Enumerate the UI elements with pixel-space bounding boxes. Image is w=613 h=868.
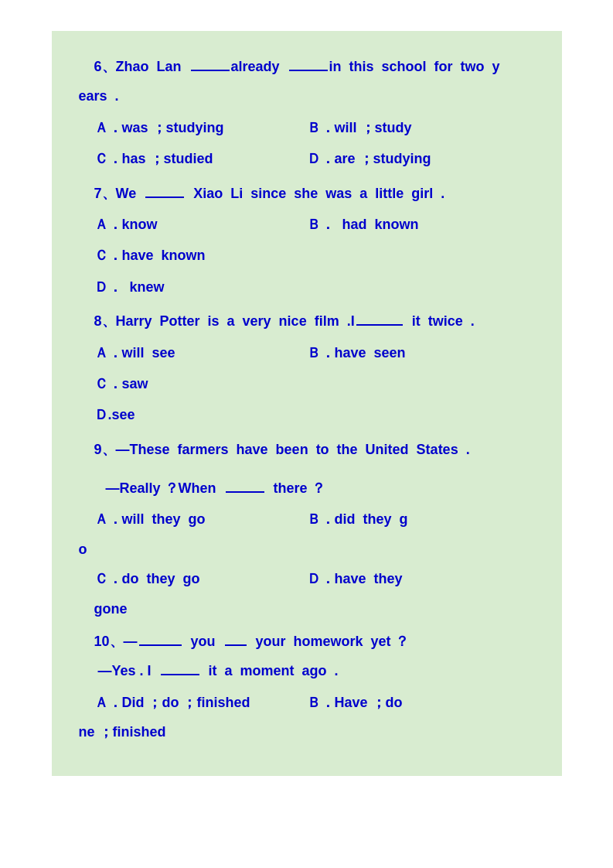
q8-number: 8 [94,313,102,329]
question-9: 9、—These farmers have been to the United… [79,437,535,621]
q7-option-c: Ｃ．have known [79,241,307,269]
question-8: 8、Harry Potter is a very nice film .I it… [79,309,535,429]
q10-subtext: —Yes . I it a moment ago . [79,658,535,683]
q9-option-b: Ｂ．did they g [307,505,535,533]
q8-options: Ａ．will see Ｂ．have seen Ｃ．saw [79,339,535,398]
q10-option-a: Ａ．Did ；do ；finished [79,689,307,716]
q9-number: 9 [94,442,102,457]
q8-text: 8、Harry Potter is a very nice film .I it… [79,309,535,333]
q8-option-b: Ｂ．have seen [307,339,535,367]
q6-option-a: Ａ．was ；studying [79,114,307,142]
q9-options: Ａ．will they go Ｂ．did they g [79,505,535,533]
q9-text: 9、—These farmers have been to the United… [79,437,535,462]
q8-option-d: Ｄ.see [79,401,535,429]
question-10: 10、— you your homework yet ？ —Yes . I it… [79,629,535,745]
q9-options-cd: Ｃ．do they go Ｄ．have they [79,565,535,593]
q7-option-a: Ａ．know [79,210,307,238]
q6-options: Ａ．was ；studying Ｂ．will ；study Ｃ．has ；stu… [79,114,535,173]
q9-option-d: Ｄ．have they [307,565,535,593]
q7-number: 7 [94,186,102,201]
question-7: 7、We Xiao Li since she was a little girl… [79,181,535,302]
q9-subtext: —Really ？When there ？ [79,476,535,501]
q6-option-d: Ｄ．are ；studying [307,145,535,173]
q9-option-a: Ａ．will they go [79,505,307,533]
q10-options: Ａ．Did ；do ；finished Ｂ．Have ；do [79,689,535,716]
question-6: 6、Zhao Lan already in this school for tw… [79,54,535,173]
q6-text-cont: ears . [79,84,535,108]
q9-option-d-cont: gone [79,596,535,621]
q10-option-b-cont: ne ；finished [79,719,535,744]
q7-option-b: Ｂ． had known [307,210,535,238]
q6-option-b: Ｂ．will ；study [307,114,535,142]
q7-option-d: Ｄ． knew [79,273,535,301]
q7-options: Ａ．know Ｂ． had known Ｃ．have known [79,210,535,270]
q6-option-c: Ｃ．has ；studied [79,145,307,173]
q9-option-c: Ｃ．do they go [79,565,307,593]
q10-option-b: Ｂ．Have ；do [307,689,535,716]
q10-number: 10 [94,634,110,649]
q6-number: 6 [94,59,102,74]
q10-text: 10、— you your homework yet ？ [79,629,535,654]
q6-text: 6、Zhao Lan already in this school for tw… [79,54,535,79]
content-box: 6、Zhao Lan already in this school for tw… [52,31,562,776]
q7-text: 7、We Xiao Li since she was a little girl… [79,181,535,206]
q8-option-a: Ａ．will see [79,339,307,367]
q8-option-c: Ｃ．saw [79,370,307,398]
q9-option-b-cont: o [79,537,535,562]
